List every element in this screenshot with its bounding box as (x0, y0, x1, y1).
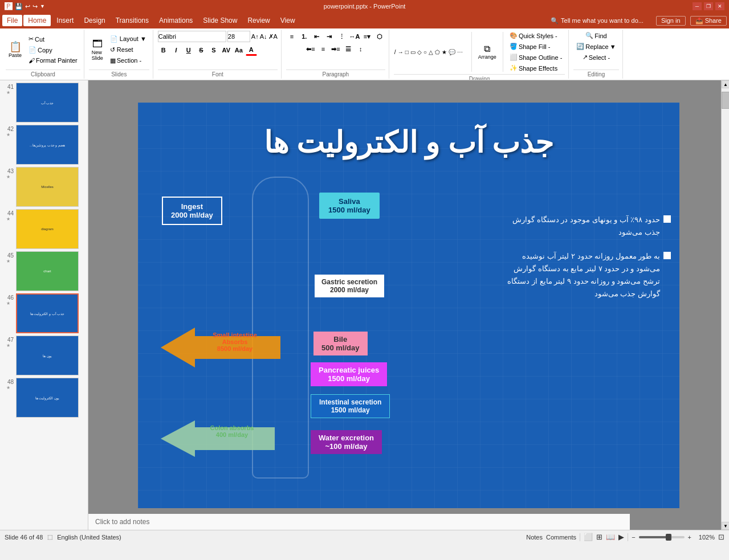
bold-btn[interactable]: B (158, 44, 169, 56)
intestinal-box[interactable]: Intestinal secretion 1500 ml/day (311, 394, 390, 418)
replace-button[interactable]: 🔄 Replace ▼ (573, 42, 618, 51)
new-slide-button[interactable]: 🗔 NewSlide (89, 37, 106, 63)
bullets-area[interactable]: حدود ۹۸٪ آب و یونهای موجود در دستگاه گوا… (500, 214, 671, 301)
minimize-btn[interactable]: ─ (693, 2, 702, 10)
shape-rect2[interactable]: ▭ (410, 48, 416, 56)
slide-46-thumb[interactable]: جذب آب و الکترولیت ها (16, 293, 79, 333)
slideshow-btn[interactable]: ▶ (618, 533, 624, 541)
menu-animations[interactable]: Animations (154, 15, 197, 26)
menu-slideshow[interactable]: Slide Show (198, 15, 242, 26)
gastric-box[interactable]: Gastric secretion 2000 ml/day (315, 275, 384, 297)
slide-48[interactable]: 48 ★ یون الکترولیت ها (2, 378, 85, 418)
zoom-level[interactable]: 102% (695, 534, 715, 541)
shadow-btn[interactable]: S (208, 44, 219, 56)
font-size-input[interactable] (227, 31, 250, 42)
slide-47[interactable]: 47 ★ یون ها (2, 336, 85, 375)
slide-44[interactable]: 44 ★ diagram (2, 209, 85, 249)
comments-btn[interactable]: Comments (546, 534, 576, 541)
water-box[interactable]: Water excretion ~100 ml/day (311, 430, 382, 454)
shape-diamond[interactable]: ◇ (417, 48, 422, 56)
customize-btn[interactable]: ▼ (40, 3, 45, 9)
col-btn[interactable]: ⋮ (336, 31, 348, 42)
shape-arrow[interactable]: → (397, 48, 404, 56)
save-btn[interactable]: 💾 (15, 3, 23, 10)
line-space-btn[interactable]: ↕ (355, 43, 366, 55)
shape-more[interactable]: ⋯ (457, 48, 463, 56)
shape-line[interactable]: / (394, 48, 397, 56)
zoom-slider[interactable] (639, 536, 685, 538)
layout-button[interactable]: 📄 Layout ▼ (107, 34, 149, 44)
signin-btn[interactable]: Sign in (656, 16, 686, 26)
menu-home[interactable]: Home (23, 15, 51, 26)
share-btn[interactable]: 📤 Share (690, 16, 727, 26)
underline-btn[interactable]: U (183, 44, 194, 56)
slide-47-thumb[interactable]: یون ها (16, 336, 79, 375)
notes-btn[interactable]: Notes (526, 534, 543, 541)
slide-42[interactable]: 42 ★ هضم و جذب پروتئین‌ها... (2, 125, 85, 165)
close-btn[interactable]: ✕ (715, 2, 724, 10)
slide-44-thumb[interactable]: diagram (16, 209, 79, 249)
slide-45-thumb[interactable]: chart (16, 251, 79, 291)
slide-sorter-btn[interactable]: ⊞ (596, 533, 602, 541)
decrease-indent-btn[interactable]: ⇤ (311, 31, 323, 42)
v-scrollbar[interactable]: ▲ ▼ (721, 80, 729, 530)
shape-effects-button[interactable]: ✨ Shape Effects (507, 63, 565, 73)
shape-callout[interactable]: 💬 (448, 48, 456, 56)
paste-button[interactable]: 📋 Paste (6, 40, 25, 60)
bullets-btn[interactable]: ≡ (286, 31, 298, 42)
slide-45[interactable]: 45 ★ chart (2, 251, 85, 291)
scroll-up-btn[interactable]: ▲ (722, 80, 729, 88)
pancreatic-box[interactable]: Pancreatic juices 1500 ml/day (311, 362, 387, 386)
shape-fill-button[interactable]: 🪣 Shape Fill - (507, 42, 565, 51)
increase-font-btn[interactable]: A↑ (251, 33, 259, 40)
slide-43[interactable]: 43 ★ Micelles (2, 167, 85, 207)
zoom-out-btn[interactable]: − (632, 534, 635, 541)
slide-title[interactable]: جذب آب و الکترولیت ها (138, 125, 679, 160)
menu-review[interactable]: Review (243, 15, 274, 26)
menu-transitions[interactable]: Transitions (111, 15, 153, 26)
ingest-box[interactable]: Ingest 2000 ml/day (162, 197, 222, 225)
align-text-btn[interactable]: ≡▾ (361, 31, 373, 42)
section-button[interactable]: ▦ Section - (107, 56, 149, 66)
notes-placeholder[interactable]: Click to add notes (88, 514, 630, 530)
center-btn[interactable]: ≡ (317, 43, 329, 55)
menu-design[interactable]: Design (79, 15, 109, 26)
char-space-btn[interactable]: AV (221, 44, 232, 56)
shape-round[interactable]: ○ (423, 48, 427, 56)
reading-view-btn[interactable]: 📖 (606, 533, 615, 541)
menu-view[interactable]: View (276, 15, 300, 26)
format-painter-button[interactable]: 🖌 Format Painter (26, 56, 80, 65)
numbering-btn[interactable]: 1. (299, 31, 310, 42)
reset-button[interactable]: ↺ Reset (107, 45, 149, 55)
cut-button[interactable]: ✂ Cut (26, 34, 80, 44)
slide-43-thumb[interactable]: Micelles (16, 167, 79, 207)
scroll-thumb[interactable] (722, 92, 729, 109)
arrange-button[interactable]: ⧉ Arrange (475, 42, 499, 62)
decrease-font-btn[interactable]: A↓ (260, 33, 267, 40)
strikethrough-btn[interactable]: S (196, 44, 207, 56)
menu-file[interactable]: File (2, 15, 22, 26)
shape-penta[interactable]: ⬠ (434, 48, 441, 56)
quick-styles-button[interactable]: 🎨 Quick Styles - (507, 31, 565, 40)
find-button[interactable]: 🔍 Find (583, 31, 609, 40)
scroll-down-btn[interactable]: ▼ (722, 522, 729, 530)
font-color-btn[interactable]: A (246, 44, 257, 56)
shape-star[interactable]: ★ (441, 48, 447, 56)
justify-btn[interactable]: ☰ (343, 43, 354, 55)
font-case-btn[interactable]: Aa (233, 44, 245, 56)
slide-41[interactable]: 41 ★ جذب آب (2, 83, 85, 122)
align-left-btn[interactable]: ⬅≡ (305, 43, 316, 55)
shape-outline-button[interactable]: ⬜ Shape Outline - (507, 52, 565, 62)
align-right-btn[interactable]: ➡≡ (330, 43, 341, 55)
slide-48-thumb[interactable]: یون الکترولیت ها (16, 378, 79, 418)
shape-triangle[interactable]: △ (428, 48, 434, 56)
zoom-handle[interactable] (666, 534, 671, 541)
increase-indent-btn[interactable]: ⇥ (324, 31, 335, 42)
slide-42-thumb[interactable]: هضم و جذب پروتئین‌ها... (16, 125, 79, 165)
font-name-input[interactable] (158, 31, 226, 42)
clear-format-btn[interactable]: ✗A (268, 33, 278, 40)
italic-btn[interactable]: I (170, 44, 182, 56)
bile-box[interactable]: Bile 500 ml/day (313, 332, 368, 355)
menu-insert[interactable]: Insert (52, 15, 78, 26)
slide-46[interactable]: 46 ★ جذب آب و الکترولیت ها (2, 293, 85, 333)
